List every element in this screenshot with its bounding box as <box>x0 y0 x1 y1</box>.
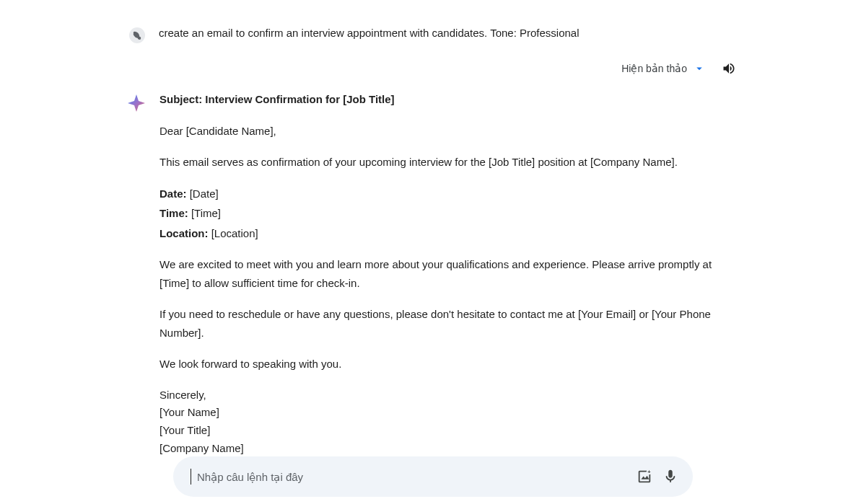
signoff: Sincerely, <box>159 386 736 404</box>
user-avatar-icon <box>128 27 146 44</box>
date-value: [Date] <box>187 187 219 200</box>
signature-name: [Your Name] <box>159 404 736 422</box>
ai-response-content: Subject: Interview Confirmation for [Job… <box>159 90 736 458</box>
upload-image-icon[interactable]: + <box>637 469 652 485</box>
microphone-icon[interactable] <box>662 469 678 485</box>
email-subject: Subject: Interview Confirmation for [Job… <box>159 90 736 109</box>
email-signature: Sincerely, [Your Name] [Your Title] [Com… <box>159 386 736 458</box>
date-label: Date: <box>159 187 187 200</box>
user-avatar <box>128 27 146 44</box>
time-label: Time: <box>159 207 188 219</box>
sparkle-icon <box>126 93 146 113</box>
ai-avatar <box>126 93 146 113</box>
location-label: Location: <box>159 227 209 239</box>
email-location-line: Location: [Location] <box>159 224 736 243</box>
speaker-icon[interactable] <box>722 61 736 76</box>
signature-company: [Company Name] <box>159 440 736 458</box>
email-body-1: We are excited to meet with you and lear… <box>159 255 736 292</box>
svg-text:+: + <box>647 469 650 475</box>
user-prompt-text: create an email to confirm an interview … <box>159 25 579 42</box>
email-time-line: Time: [Time] <box>159 204 736 223</box>
chevron-down-icon <box>693 62 706 75</box>
input-bar-wrapper: + <box>0 456 866 497</box>
response-controls: Hiện bản thảo <box>87 61 779 76</box>
email-greeting: Dear [Candidate Name], <box>159 122 736 141</box>
prompt-input[interactable] <box>197 471 626 483</box>
show-draft-label: Hiện bản thảo <box>621 63 687 74</box>
prompt-input-bar[interactable]: + <box>173 456 693 497</box>
email-body-2: If you need to reschedule or have any qu… <box>159 305 736 342</box>
email-details: Date: [Date] Time: [Time] Location: [Loc… <box>159 185 736 243</box>
signature-title: [Your Title] <box>159 422 736 440</box>
location-value: [Location] <box>209 227 258 239</box>
email-date-line: Date: [Date] <box>159 185 736 203</box>
text-cursor <box>191 469 191 485</box>
email-closing: We look forward to speaking with you. <box>159 355 736 373</box>
show-draft-button[interactable]: Hiện bản thảo <box>621 62 706 75</box>
user-message-row: create an email to confirm an interview … <box>87 25 779 44</box>
time-value: [Time] <box>188 207 221 219</box>
ai-message-row: Subject: Interview Confirmation for [Job… <box>87 90 779 458</box>
email-intro: This email serves as confirmation of you… <box>159 153 736 172</box>
